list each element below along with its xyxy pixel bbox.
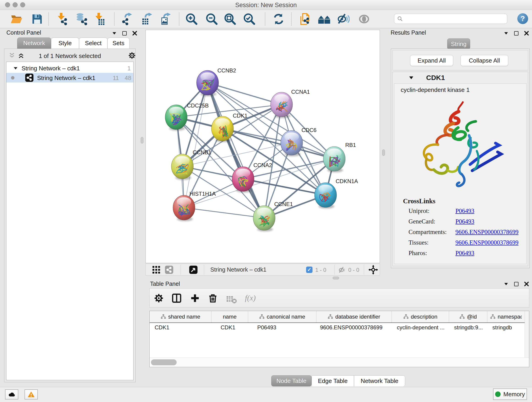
import-network-button[interactable]	[55, 13, 68, 25]
show-columns-button[interactable]	[172, 293, 182, 303]
add-column-button[interactable]	[190, 293, 200, 303]
selected-nodes-checkbox[interactable]: ✓	[306, 267, 312, 273]
houses-icon	[318, 13, 330, 25]
collapse-section-icon[interactable]	[409, 76, 414, 80]
first-neighbors-button[interactable]	[318, 13, 330, 25]
search-input[interactable]	[405, 15, 504, 22]
gene-header[interactable]: CDK1	[393, 72, 528, 83]
network-row-selected[interactable]: String Network – cdk1 11 48	[6, 73, 133, 83]
zoom-in-button[interactable]	[185, 13, 198, 25]
tab-network-table[interactable]: Network Table	[354, 375, 405, 386]
tab-style[interactable]: Style	[51, 38, 79, 49]
panel-menu-icon[interactable]	[504, 31, 509, 36]
network-node-label-CCNB2: CCNB2	[217, 67, 236, 74]
warnings-button[interactable]	[25, 389, 38, 400]
network-node-CDKN1A[interactable]	[315, 183, 336, 207]
network-edge-HIST1H1A-CCNE1[interactable]	[184, 208, 264, 218]
network-node-CDC6[interactable]	[281, 130, 303, 155]
column-header-description[interactable]: description	[392, 311, 449, 322]
tab-edge-table[interactable]: Edge Table	[312, 375, 354, 386]
plus-icon	[190, 293, 200, 303]
show-all-button[interactable]	[358, 13, 370, 25]
open-session-button[interactable]	[10, 13, 23, 25]
column-header-database-identifier[interactable]: database identifier	[317, 311, 392, 322]
panel-float-icon[interactable]	[514, 31, 519, 36]
collapse-all-button[interactable]: Collapse All	[461, 55, 508, 66]
table-horizontal-scrollbar[interactable]	[150, 357, 529, 367]
node-table: shared name name canonical name database…	[149, 311, 529, 367]
network-node-CCNA2[interactable]	[232, 167, 254, 191]
function-builder-button[interactable]: f(x)	[245, 294, 256, 302]
network-node-HIST1H1A[interactable]	[173, 195, 195, 220]
import-network-from-database-button[interactable]	[75, 13, 88, 25]
zoom-out-button[interactable]	[206, 13, 218, 25]
panel-menu-icon[interactable]	[504, 281, 509, 287]
crosslink-link[interactable]: 9606.ENSP00000378699	[456, 229, 519, 235]
cloud-button[interactable]	[5, 389, 18, 400]
crosslink-link[interactable]: P06493	[456, 249, 475, 256]
network-node-count: 11	[113, 75, 119, 82]
panel-float-icon[interactable]	[122, 31, 127, 36]
panel-close-icon[interactable]	[524, 31, 529, 36]
help-button[interactable]: ?	[517, 13, 528, 24]
column-header-id[interactable]: @id	[449, 311, 487, 322]
vertical-splitter-grip[interactable]	[141, 137, 143, 143]
apply-layout-button[interactable]	[272, 13, 285, 25]
detach-view-icon[interactable]	[189, 266, 197, 274]
export-table-button[interactable]	[142, 13, 154, 25]
clone-network-button[interactable]	[298, 13, 311, 25]
crosslink-link[interactable]: P06493	[456, 207, 475, 214]
network-node-CCNE1[interactable]	[253, 206, 275, 230]
tab-sets[interactable]: Sets	[108, 38, 129, 49]
network-node-CCNB2[interactable]	[196, 70, 219, 95]
column-header-canonical-name[interactable]: canonical name	[248, 311, 317, 322]
network-node-CDC25B[interactable]	[165, 105, 187, 129]
network-node-RB1[interactable]	[323, 147, 345, 171]
network-view-mode-icon[interactable]	[165, 266, 173, 274]
eye-icon	[358, 13, 370, 25]
crosslink-link[interactable]: P06493	[456, 218, 475, 225]
column-header-shared-name[interactable]: shared name	[150, 311, 211, 322]
expand-all-button[interactable]: Expand All	[410, 55, 453, 66]
panel-close-icon[interactable]	[524, 281, 529, 287]
grid-view-icon[interactable]	[152, 266, 160, 274]
column-header-name[interactable]: name	[211, 311, 248, 322]
zoom-selected-button[interactable]	[243, 13, 255, 25]
network-node-CCNB1[interactable]	[171, 154, 193, 179]
network-node-label-CCNA2: CCNA2	[253, 162, 272, 168]
panel-close-icon[interactable]	[132, 31, 137, 36]
network-node-label-CDC25B: CDC25B	[187, 102, 209, 109]
panel-float-icon[interactable]	[514, 282, 519, 286]
panel-menu-icon[interactable]	[112, 31, 117, 36]
network-canvas[interactable]: CCNB2CCNA1CDC25BCDK1CDC6RB1CCNB1CCNA2CDK…	[146, 30, 380, 263]
export-image-button[interactable]	[160, 13, 173, 25]
tree-expand-icon[interactable]	[13, 66, 18, 70]
zoom-fit-button[interactable]	[224, 13, 236, 25]
gear-icon[interactable]	[128, 51, 136, 59]
move-crosshair-icon[interactable]	[368, 265, 378, 274]
tab-node-table[interactable]: Node Table	[271, 375, 312, 386]
network-node-label-HIST1H1A: HIST1H1A	[190, 191, 216, 197]
crosslink-link[interactable]: 9606.ENSP00000378699	[456, 239, 519, 246]
network-node-label-CCNA1: CCNA1	[291, 89, 310, 95]
export-network-button[interactable]	[122, 13, 134, 25]
table-settings-button[interactable]	[154, 293, 164, 303]
tab-network[interactable]: Network	[17, 38, 51, 49]
tab-select[interactable]: Select	[79, 38, 108, 49]
network-node-CCNA1[interactable]	[271, 92, 293, 117]
scrollbar-thumb[interactable]	[151, 359, 177, 365]
horizontal-splitter-grip[interactable]	[333, 277, 339, 279]
vertical-splitter-grip[interactable]	[382, 149, 385, 156]
save-session-button[interactable]	[31, 13, 43, 25]
hide-selected-button[interactable]	[337, 13, 350, 25]
toolbar-separator	[265, 12, 265, 26]
column-header-namespace[interactable]: namespace	[487, 311, 522, 322]
table-row[interactable]: CDK1 CDK1 P06493 9606.ENSP00000378699 cy…	[150, 323, 529, 333]
tab-string[interactable]: String	[447, 38, 470, 50]
network-node-CDK1[interactable]	[211, 116, 234, 141]
delete-column-button[interactable]	[208, 293, 218, 303]
import-table-button[interactable]	[93, 13, 105, 25]
memory-button[interactable]: Memory	[493, 389, 527, 400]
network-collection-row[interactable]: String Network – cdk1 1	[6, 63, 133, 73]
delete-table-button[interactable]	[227, 294, 235, 303]
